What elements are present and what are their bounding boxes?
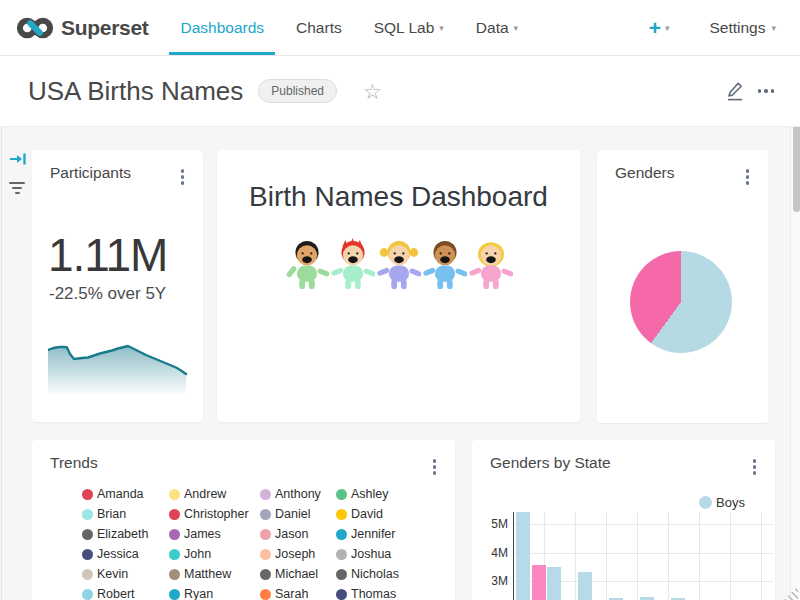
legend-color-dot	[260, 589, 271, 600]
legend-item-robert[interactable]: Robert	[82, 584, 169, 600]
trends-legend: AmandaAndrewAnthonyAshleyBrianChristophe…	[82, 484, 399, 600]
legend-color-dot	[260, 529, 271, 540]
chevron-down-icon: ▾	[514, 24, 519, 33]
legend-color-dot	[336, 569, 347, 580]
legend-color-dot	[336, 589, 347, 600]
legend-item-john[interactable]: John	[169, 544, 260, 564]
big-number-subheader: -22.5% over 5Y	[49, 284, 166, 304]
genders-pie-chart[interactable]	[630, 251, 732, 353]
legend-item-brian[interactable]: Brian	[82, 504, 169, 524]
legend-label: Sarah	[275, 587, 308, 600]
legend-color-dot	[260, 489, 271, 500]
bar-girls[interactable]	[532, 565, 546, 600]
legend-color-dot	[260, 509, 271, 520]
y-axis-tick: 4M	[472, 546, 508, 560]
kid-emoji	[285, 238, 329, 294]
legend-item-james[interactable]: James	[169, 524, 260, 544]
superset-logo[interactable]: Superset	[16, 15, 148, 41]
legend-item-ryan[interactable]: Ryan	[169, 584, 260, 600]
chart-title: Participants	[50, 164, 131, 182]
chevron-down-icon: ▾	[771, 24, 776, 33]
legend-item-david[interactable]: David	[336, 504, 399, 524]
legend-item-anthony[interactable]: Anthony	[260, 484, 336, 504]
kid-emoji	[377, 238, 421, 294]
legend-item-christopher[interactable]: Christopher	[169, 504, 260, 524]
gridline	[575, 512, 576, 600]
y-axis-tick: 3M	[472, 574, 508, 588]
legend-item-amanda[interactable]: Amanda	[82, 484, 169, 504]
legend-label: John	[184, 547, 211, 561]
card-trends: Trends AmandaAndrewAnthonyAshleyBrianChr…	[32, 440, 455, 600]
new-button[interactable]: + ▾	[649, 17, 670, 38]
settings-menu[interactable]: Settings ▾	[709, 19, 776, 37]
legend-item-thomas[interactable]: Thomas	[336, 584, 399, 600]
legend-label: Matthew	[184, 567, 231, 581]
gridline	[513, 553, 773, 554]
legend-color-dot	[82, 509, 93, 520]
kebab-menu-icon[interactable]	[178, 166, 188, 188]
bar-boys[interactable]	[578, 572, 592, 600]
legend-item-andrew[interactable]: Andrew	[169, 484, 260, 504]
kid-emoji	[469, 238, 513, 294]
legend-item-joseph[interactable]: Joseph	[260, 544, 336, 564]
chevron-down-icon: ▾	[439, 24, 444, 33]
legend-item-jason[interactable]: Jason	[260, 524, 336, 544]
favorite-star-icon[interactable]: ☆	[363, 81, 382, 102]
legend-color-dot	[336, 549, 347, 560]
gridline	[513, 524, 773, 525]
legend-item-matthew[interactable]: Matthew	[169, 564, 260, 584]
legend-item-jessica[interactable]: Jessica	[82, 544, 169, 564]
published-badge[interactable]: Published	[258, 79, 337, 103]
legend-color-dot	[169, 549, 180, 560]
legend-item-jennifer[interactable]: Jennifer	[336, 524, 399, 544]
page-title: USA Births Names	[28, 76, 243, 107]
card-genders: Genders	[597, 150, 768, 423]
kid-emoji	[331, 238, 375, 294]
dashboard-header: USA Births Names Published ☆	[0, 56, 800, 127]
chart-title: Genders	[615, 164, 674, 182]
legend-label: David	[351, 507, 383, 521]
nav-item-label: SQL Lab	[374, 19, 435, 37]
dashboard-grid: Participants 1.11M -22.5% over 5Y Birth …	[0, 126, 800, 600]
plus-icon: +	[649, 17, 661, 38]
kebab-menu-icon[interactable]	[430, 456, 440, 478]
legend-color-dot	[82, 589, 93, 600]
gridline	[668, 512, 669, 600]
legend-color-dot	[169, 509, 180, 520]
nav-item-sql-lab[interactable]: SQL Lab▾	[363, 0, 455, 55]
kebab-menu-icon[interactable]	[743, 166, 753, 188]
brand-text: Superset	[61, 16, 148, 40]
markdown-heading: Birth Names Dashboard	[217, 181, 580, 213]
legend-item-sarah[interactable]: Sarah	[260, 584, 336, 600]
legend-item-michael[interactable]: Michael	[260, 564, 336, 584]
legend-color-dot	[260, 569, 271, 580]
legend-label: Brian	[97, 507, 126, 521]
legend-item-daniel[interactable]: Daniel	[260, 504, 336, 524]
nav-item-charts[interactable]: Charts	[285, 0, 353, 55]
vertical-scrollbar-track[interactable]	[790, 56, 800, 600]
y-axis-line	[513, 512, 514, 600]
bar-boys[interactable]	[547, 567, 561, 600]
legend-label: Robert	[97, 587, 135, 600]
legend-label: Jennifer	[351, 527, 395, 541]
nav-item-data[interactable]: Data▾	[465, 0, 529, 55]
expand-filter-bar-icon[interactable]	[9, 152, 26, 166]
legend-color-dot	[82, 549, 93, 560]
legend-item-ashley[interactable]: Ashley	[336, 484, 399, 504]
gridline	[637, 512, 638, 600]
legend-item-nicholas[interactable]: Nicholas	[336, 564, 399, 584]
legend-label: Thomas	[351, 587, 396, 600]
legend-item-joshua[interactable]: Joshua	[336, 544, 399, 564]
chevron-down-icon: ▾	[665, 24, 670, 33]
edit-pencil-icon[interactable]	[726, 81, 744, 101]
legend-item-kevin[interactable]: Kevin	[82, 564, 169, 584]
more-actions-icon[interactable]	[758, 85, 775, 97]
legend-label: Christopher	[184, 507, 249, 521]
legend-label: Ashley	[351, 487, 389, 501]
bar-boys[interactable]	[516, 512, 530, 600]
top-navbar: Superset DashboardsChartsSQL Lab▾Data▾ +…	[0, 0, 800, 56]
filter-icon[interactable]	[7, 180, 27, 196]
card-markdown: Birth Names Dashboard	[217, 150, 580, 422]
nav-item-dashboards[interactable]: Dashboards	[169, 0, 275, 55]
legend-item-elizabeth[interactable]: Elizabeth	[82, 524, 169, 544]
